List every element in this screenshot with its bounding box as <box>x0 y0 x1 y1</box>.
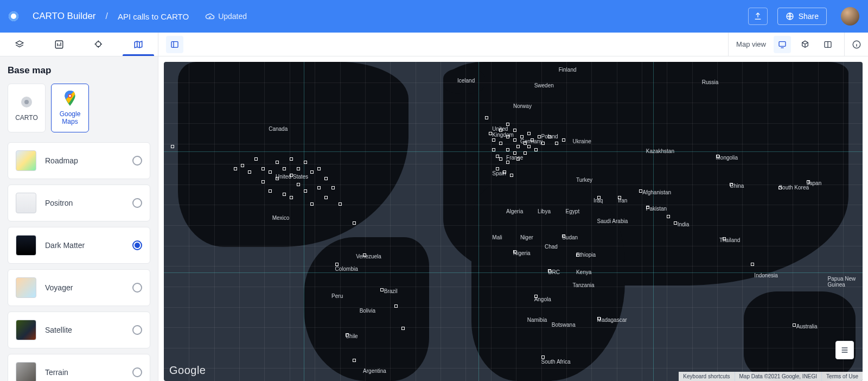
provider-google-maps[interactable]: Google Maps <box>51 84 89 132</box>
style-option-positron[interactable]: Positron <box>8 185 150 221</box>
data-marker <box>513 151 516 155</box>
map-view-group: Map view <box>728 33 844 56</box>
cube-icon <box>801 40 809 49</box>
data-marker <box>534 295 538 298</box>
style-radio-terrain[interactable] <box>132 367 142 377</box>
style-radio-positron[interactable] <box>132 198 142 208</box>
attrib-terms[interactable]: Terms of Use <box>821 372 863 381</box>
panel-toggle-button[interactable] <box>166 36 183 53</box>
mapview-split-button[interactable] <box>819 36 837 53</box>
data-marker <box>513 250 516 253</box>
style-radio-roadmap[interactable] <box>132 156 142 166</box>
data-marker <box>541 355 545 359</box>
data-marker <box>674 221 677 225</box>
data-marker <box>548 269 551 272</box>
data-marker <box>269 170 272 174</box>
provider-carto[interactable]: CARTO <box>8 84 46 132</box>
tab-basemap[interactable] <box>118 33 158 56</box>
data-marker <box>310 202 314 206</box>
data-marker <box>506 135 509 138</box>
data-marker <box>723 237 726 240</box>
mapview-3d-button[interactable] <box>796 36 814 53</box>
data-marker <box>304 161 307 164</box>
breadcrumb-divider: / <box>106 11 108 21</box>
map-view-label: Map view <box>736 40 766 48</box>
data-marker <box>353 359 356 362</box>
provider-row: CARTO Google Maps <box>8 84 150 132</box>
app-title[interactable]: CARTO Builder <box>33 11 96 22</box>
sub-bar: Map view <box>0 33 868 56</box>
data-marker <box>304 189 307 193</box>
data-marker <box>363 253 366 257</box>
data-marker <box>646 206 649 209</box>
tab-widgets[interactable] <box>40 33 79 56</box>
data-marker <box>576 253 579 257</box>
cloud-check-icon <box>205 11 215 21</box>
style-option-voyager[interactable]: Voyager <box>8 269 150 306</box>
data-marker <box>730 183 733 186</box>
mapview-2d-button[interactable] <box>774 36 791 53</box>
data-marker <box>394 304 398 308</box>
data-marker <box>276 161 279 164</box>
map-canvas[interactable]: Google Keyboard shortcuts Map Data ©2021… <box>164 62 863 381</box>
data-marker <box>234 167 237 170</box>
user-avatar[interactable] <box>841 7 859 26</box>
data-marker <box>489 132 492 135</box>
data-marker <box>331 186 335 189</box>
data-marker <box>548 135 551 138</box>
data-marker <box>524 151 527 155</box>
map-name[interactable]: API calls to CARTO <box>118 12 189 21</box>
map-attribution: Keyboard shortcuts Map Data ©2021 Google… <box>679 372 863 381</box>
data-marker <box>527 132 531 135</box>
data-marker <box>248 170 251 174</box>
tab-layers[interactable] <box>0 33 40 56</box>
style-option-satellite[interactable]: Satellite <box>8 312 150 348</box>
attrib-mapdata[interactable]: Map Data ©2021 Google, INEGI <box>735 372 822 381</box>
svg-point-10 <box>69 94 71 97</box>
style-label-satellite: Satellite <box>45 326 124 334</box>
style-thumb-satellite <box>16 320 36 340</box>
data-marker <box>241 164 244 167</box>
style-option-roadmap[interactable]: Roadmap <box>8 142 150 179</box>
style-label-voyager: Voyager <box>45 283 124 292</box>
data-marker <box>506 123 509 126</box>
data-marker <box>499 142 502 145</box>
provider-carto-label: CARTO <box>15 114 38 122</box>
data-marker <box>254 157 258 161</box>
data-marker <box>269 189 272 193</box>
style-thumb-darkmatter <box>16 235 36 256</box>
data-marker <box>290 196 293 199</box>
style-option-terrain[interactable]: Terrain <box>8 354 150 381</box>
data-marker <box>534 148 538 151</box>
data-marker <box>261 180 265 183</box>
style-radio-voyager[interactable] <box>132 283 142 293</box>
style-radio-darkmatter[interactable] <box>132 240 142 250</box>
data-marker <box>401 327 405 330</box>
style-option-darkmatter[interactable]: Dark Matter <box>8 227 150 264</box>
data-marker <box>807 180 810 183</box>
data-marker <box>499 129 502 132</box>
share-label: Share <box>799 12 819 21</box>
home-dot-icon[interactable] <box>9 11 18 21</box>
style-thumb-voyager <box>16 277 36 298</box>
svg-rect-3 <box>171 41 178 47</box>
data-marker <box>562 234 565 238</box>
data-marker <box>324 177 328 180</box>
share-button[interactable]: Share <box>777 8 827 25</box>
data-marker <box>492 138 495 142</box>
data-marker <box>506 148 509 151</box>
data-marker <box>335 263 339 266</box>
info-button[interactable] <box>844 33 868 56</box>
legend-toggle-button[interactable] <box>835 341 854 359</box>
data-marker <box>317 167 321 170</box>
globe-icon <box>786 12 794 21</box>
svg-rect-4 <box>779 41 786 46</box>
style-radio-satellite[interactable] <box>132 325 142 335</box>
export-button[interactable] <box>748 8 768 25</box>
data-marker <box>283 193 286 196</box>
data-marker <box>513 138 516 142</box>
attrib-keyboard[interactable]: Keyboard shortcuts <box>679 372 734 381</box>
tab-interactions[interactable] <box>79 33 119 56</box>
data-marker <box>639 189 642 193</box>
data-marker <box>520 135 524 138</box>
